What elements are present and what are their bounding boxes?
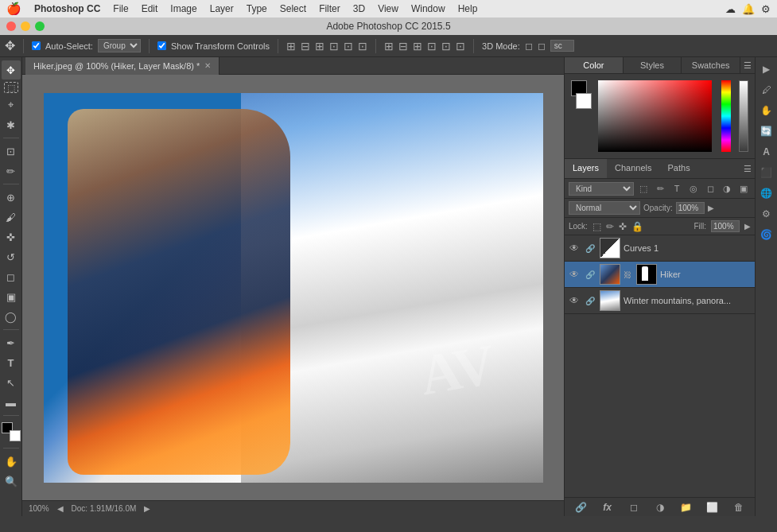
color-swatches[interactable] bbox=[2, 422, 21, 441]
background-swatch[interactable] bbox=[576, 93, 592, 109]
pen-tool[interactable]: ✒ bbox=[2, 333, 21, 352]
panel-menu-icon[interactable]: ☰ bbox=[740, 57, 755, 73]
lasso-tool[interactable]: ⌖ bbox=[2, 95, 21, 115]
tab-styles[interactable]: Styles bbox=[624, 57, 682, 73]
align-right-icon[interactable]: ⊞ bbox=[315, 40, 324, 52]
autoselect-select[interactable]: Group Layer bbox=[98, 39, 141, 52]
distribute-center-v-icon[interactable]: ⊡ bbox=[441, 40, 451, 52]
eraser-tool[interactable]: ◻ bbox=[2, 267, 21, 286]
delete-layer-button[interactable]: 🗑 bbox=[731, 500, 747, 515]
close-button[interactable] bbox=[6, 21, 16, 31]
layer-item-hiker[interactable]: 👁 🔗 ⛓ Hiker bbox=[565, 262, 755, 288]
tab-swatches[interactable]: Swatches bbox=[682, 57, 740, 73]
align-left-icon[interactable]: ⊞ bbox=[286, 40, 296, 52]
clone-stamp-tool[interactable]: ✜ bbox=[2, 227, 21, 247]
minimize-button[interactable] bbox=[21, 21, 30, 31]
cloud-icon[interactable]: ☁ bbox=[725, 3, 736, 15]
fill-input[interactable] bbox=[711, 220, 740, 232]
fx-button[interactable]: fx bbox=[600, 500, 616, 515]
hue-strip[interactable] bbox=[721, 80, 731, 152]
new-group-button[interactable]: 📁 bbox=[678, 500, 694, 515]
marquee-tool[interactable]: ⬚ bbox=[4, 82, 18, 93]
autoselect-checkbox[interactable] bbox=[32, 41, 41, 50]
tab-layers[interactable]: Layers bbox=[565, 159, 607, 178]
maximize-button[interactable] bbox=[35, 21, 45, 31]
distribute-right-icon[interactable]: ⊞ bbox=[413, 40, 422, 52]
menu-type[interactable]: Type bbox=[247, 3, 267, 14]
layer-visibility-curves[interactable]: 👁 bbox=[568, 242, 581, 254]
lock-image-icon[interactable]: ✏ bbox=[606, 221, 614, 232]
distribute-bottom-icon[interactable]: ⊡ bbox=[456, 40, 465, 52]
opacity-arrow[interactable]: ▶ bbox=[708, 204, 714, 212]
canvas-wrapper[interactable]: AV bbox=[22, 75, 564, 500]
distribute-left-icon[interactable]: ⊞ bbox=[384, 40, 394, 52]
layer-chain-hiker[interactable]: ⛓ bbox=[624, 268, 631, 281]
layers-menu-icon[interactable]: ☰ bbox=[740, 159, 755, 178]
menu-filter[interactable]: Filter bbox=[319, 3, 340, 14]
brush-tool[interactable]: 🖌 bbox=[2, 208, 21, 227]
align-top-icon[interactable]: ⊡ bbox=[329, 40, 339, 52]
menu-file[interactable]: File bbox=[113, 3, 128, 14]
3d-icon-1[interactable]: ◻ bbox=[525, 41, 533, 52]
align-center-v-icon[interactable]: ⊡ bbox=[344, 40, 353, 52]
type-tool[interactable]: T bbox=[2, 353, 21, 372]
gradient-tool[interactable]: ▣ bbox=[2, 287, 21, 306]
status-arrow-left[interactable]: ◀ bbox=[57, 504, 64, 513]
gear-icon[interactable]: ⚙ bbox=[761, 3, 771, 15]
close-tab-button[interactable]: ✕ bbox=[204, 61, 211, 70]
right-hand-icon[interactable]: ✋ bbox=[758, 102, 775, 119]
kind-select[interactable]: Kind bbox=[569, 182, 634, 196]
tab-paths[interactable]: Paths bbox=[660, 159, 698, 178]
lock-position-icon[interactable]: ✜ bbox=[619, 221, 627, 232]
shape-tool[interactable]: ▬ bbox=[2, 393, 21, 412]
sc-input[interactable] bbox=[550, 40, 574, 52]
zoom-tool[interactable]: 🔍 bbox=[2, 472, 21, 491]
kind-icon-6[interactable]: ◑ bbox=[720, 181, 734, 196]
spot-heal-tool[interactable]: ⊕ bbox=[2, 188, 21, 207]
menu-edit[interactable]: Edit bbox=[142, 3, 158, 14]
tab-channels[interactable]: Channels bbox=[607, 159, 659, 178]
kind-icon-4[interactable]: ◎ bbox=[686, 181, 701, 196]
dodge-tool[interactable]: ◯ bbox=[2, 307, 21, 326]
layer-item-mountain[interactable]: 👁 🔗 Winter mountains, panora... bbox=[565, 288, 755, 314]
background-color[interactable] bbox=[10, 430, 21, 441]
lock-all-icon[interactable]: 🔒 bbox=[631, 221, 643, 232]
right-rotate-icon[interactable]: 🔄 bbox=[758, 122, 775, 140]
right-play-icon[interactable]: ▶ bbox=[758, 60, 775, 78]
menu-view[interactable]: View bbox=[378, 3, 398, 14]
menu-layer[interactable]: Layer bbox=[210, 3, 234, 14]
layer-visibility-mountain[interactable]: 👁 bbox=[568, 294, 581, 307]
menu-window[interactable]: Window bbox=[411, 3, 445, 14]
kind-icon-5[interactable]: ◻ bbox=[703, 181, 717, 196]
layer-link-hiker[interactable]: 🔗 bbox=[584, 265, 596, 284]
kind-icon-1[interactable]: ⬚ bbox=[636, 181, 651, 196]
new-layer-button[interactable]: ⬜ bbox=[705, 500, 721, 515]
kind-icon-7[interactable]: ▣ bbox=[736, 181, 751, 196]
color-picker[interactable] bbox=[598, 80, 712, 152]
path-select-tool[interactable]: ↖ bbox=[2, 373, 21, 392]
lock-transparent-icon[interactable]: ⬚ bbox=[592, 221, 601, 232]
history-brush-tool[interactable]: ↺ bbox=[2, 247, 21, 266]
status-arrow-right[interactable]: ▶ bbox=[144, 504, 150, 513]
tab-color[interactable]: Color bbox=[565, 57, 624, 73]
notification-icon[interactable]: 🔔 bbox=[742, 3, 755, 15]
distribute-top-icon[interactable]: ⊡ bbox=[427, 40, 437, 52]
kind-icon-2[interactable]: ✏ bbox=[653, 181, 667, 196]
menu-image[interactable]: Image bbox=[170, 3, 196, 14]
distribute-center-h-icon[interactable]: ⊟ bbox=[398, 40, 408, 52]
right-type-icon[interactable]: A bbox=[758, 143, 775, 161]
layer-visibility-hiker[interactable]: 👁 bbox=[568, 268, 581, 281]
fill-arrow[interactable]: ▶ bbox=[744, 222, 751, 231]
blend-mode-select[interactable]: Normal Multiply Screen bbox=[569, 201, 640, 215]
align-bottom-icon[interactable]: ⊡ bbox=[358, 40, 367, 52]
menu-3d[interactable]: 3D bbox=[353, 3, 365, 14]
magic-wand-tool[interactable]: ✱ bbox=[2, 115, 21, 134]
apple-menu[interactable]: 🍎 bbox=[6, 2, 21, 16]
kind-icon-3[interactable]: T bbox=[670, 181, 684, 196]
right-settings-icon[interactable]: ⚙ bbox=[758, 205, 775, 223]
transform-controls-checkbox[interactable] bbox=[157, 41, 166, 50]
3d-icon-2[interactable]: ◻ bbox=[538, 41, 546, 52]
eyedropper-tool[interactable]: ✏ bbox=[2, 161, 21, 181]
right-color-icon[interactable]: ⬛ bbox=[758, 164, 775, 181]
crop-tool[interactable]: ⊡ bbox=[2, 142, 21, 161]
